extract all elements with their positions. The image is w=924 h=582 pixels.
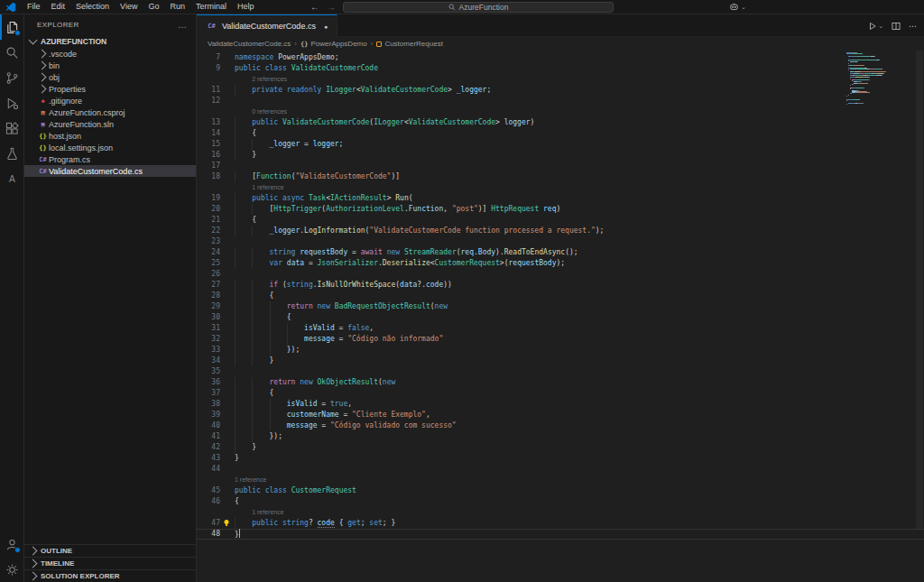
- code-line[interactable]: 35: [197, 366, 924, 377]
- code-line[interactable]: 29return new BadRequestObjectResult(new: [197, 301, 924, 312]
- line-number[interactable]: [197, 106, 220, 117]
- codelens-label[interactable]: 1 reference: [252, 184, 283, 190]
- menu-terminal[interactable]: Terminal: [190, 0, 232, 14]
- run-button[interactable]: ⌄: [868, 22, 883, 31]
- command-center-search[interactable]: AzureFunction: [343, 2, 614, 13]
- code-line[interactable]: 11private readonly ILogger<ValidateCusto…: [197, 85, 924, 96]
- code-line[interactable]: 36return new OkObjectResult(new: [197, 377, 924, 388]
- code-line[interactable]: 27if (string.IsNullOrWhiteSpace(data?.co…: [197, 280, 924, 291]
- code-line[interactable]: 18[Function("ValidateCustomerCode")]: [197, 171, 924, 182]
- code-line[interactable]: 33});: [197, 345, 924, 356]
- line-number[interactable]: 21: [197, 215, 220, 226]
- code-line[interactable]: 44: [197, 464, 924, 475]
- line-number[interactable]: 29: [197, 301, 220, 312]
- codelens-line[interactable]: 1 reference: [197, 182, 924, 193]
- project-root[interactable]: AZUREFUNCTION: [24, 34, 196, 48]
- split-editor-button[interactable]: [892, 22, 901, 31]
- line-number[interactable]: 23: [197, 236, 220, 247]
- line-number[interactable]: 9: [197, 63, 220, 74]
- code-line[interactable]: 42}: [197, 442, 924, 453]
- line-number[interactable]: [197, 74, 220, 85]
- file-item-.vscode[interactable]: .vscode: [24, 48, 196, 60]
- scrollbar-slider[interactable]: [916, 51, 923, 529]
- code-line[interactable]: 43}: [197, 453, 924, 464]
- file-item-.gitignore[interactable]: ◆.gitignore: [24, 95, 196, 106]
- line-number[interactable]: 44: [197, 464, 220, 475]
- code-editor[interactable]: 7namespace PowerAppsDemo;9public class V…: [197, 51, 924, 582]
- line-number[interactable]: 41: [197, 431, 220, 442]
- line-number[interactable]: 35: [197, 366, 220, 377]
- menu-edit[interactable]: Edit: [46, 0, 71, 14]
- activitybar-search[interactable]: [0, 40, 23, 65]
- line-number[interactable]: 45: [197, 485, 220, 496]
- menu-selection[interactable]: Selection: [70, 0, 115, 14]
- file-item-bin[interactable]: bin: [24, 60, 196, 71]
- code-line[interactable]: 30{: [197, 312, 924, 323]
- line-number[interactable]: 25: [197, 258, 220, 269]
- menu-help[interactable]: Help: [232, 0, 260, 14]
- breadcrumb-item-3[interactable]: CustomerRequest: [376, 40, 442, 48]
- line-number[interactable]: 43: [197, 453, 220, 464]
- code-line[interactable]: 15_logger = logger;: [197, 139, 924, 150]
- line-number[interactable]: 42: [197, 442, 220, 453]
- line-number[interactable]: [197, 182, 220, 193]
- activitybar-source-control[interactable]: [0, 65, 23, 90]
- line-number[interactable]: 18: [197, 171, 220, 182]
- line-number[interactable]: 38: [197, 399, 220, 410]
- code-line[interactable]: 7namespace PowerAppsDemo;: [197, 52, 924, 63]
- line-number[interactable]: 28: [197, 291, 220, 301]
- file-item-properties[interactable]: Properties: [24, 83, 196, 95]
- back-arrow-icon[interactable]: ←: [310, 1, 319, 13]
- file-item-obj[interactable]: obj: [24, 71, 196, 83]
- code-line[interactable]: 9public class ValidateCustomerCode: [197, 63, 924, 74]
- menu-view[interactable]: View: [115, 0, 143, 14]
- code-line[interactable]: 17: [197, 161, 924, 171]
- codelens-line[interactable]: 1 reference: [197, 507, 924, 518]
- code-line[interactable]: 45public class CustomerRequest: [197, 485, 924, 496]
- code-line[interactable]: 28{: [197, 291, 924, 301]
- code-line[interactable]: 23: [197, 236, 924, 247]
- line-number[interactable]: 47: [197, 518, 220, 529]
- section-solution-explorer[interactable]: SOLUTION EXPLORER: [24, 569, 196, 582]
- code-line[interactable]: 48}: [197, 529, 924, 540]
- line-number[interactable]: 15: [197, 139, 220, 150]
- line-number[interactable]: 13: [197, 117, 220, 128]
- line-number[interactable]: 17: [197, 161, 220, 171]
- code-line[interactable]: 25var data = JsonSerializer.Deserialize<…: [197, 258, 924, 269]
- line-number[interactable]: 14: [197, 128, 220, 139]
- code-line[interactable]: 22_logger.LogInformation("ValidateCustom…: [197, 226, 924, 236]
- vertical-scrollbar[interactable]: [915, 51, 924, 582]
- code-line[interactable]: 14{: [197, 128, 924, 139]
- code-line[interactable]: 34}: [197, 356, 924, 366]
- codelens-label[interactable]: 1 reference: [252, 509, 283, 515]
- forward-arrow-icon[interactable]: →: [327, 1, 336, 13]
- section-outline[interactable]: OUTLINE: [24, 544, 196, 557]
- line-number[interactable]: 20: [197, 204, 220, 215]
- line-number[interactable]: 31: [197, 323, 220, 334]
- breadcrumb-item-1[interactable]: ValidateCustomerCode.cs: [208, 40, 291, 48]
- activitybar-run-debug[interactable]: [0, 90, 23, 115]
- line-number[interactable]: 34: [197, 356, 220, 366]
- codelens-label[interactable]: 2 references: [252, 76, 287, 82]
- line-number[interactable]: [197, 475, 220, 485]
- code-line[interactable]: 32message = "Código não informado": [197, 334, 924, 345]
- code-line[interactable]: 26: [197, 269, 924, 280]
- menu-run[interactable]: Run: [164, 0, 190, 14]
- editor-more-actions-button[interactable]: ⋯: [909, 22, 917, 31]
- breadcrumb-item-2[interactable]: {}PowerAppsDemo: [300, 40, 367, 48]
- line-number[interactable]: 12: [197, 96, 220, 106]
- file-item-local.settings.json[interactable]: {}local.settings.json: [24, 142, 196, 153]
- code-line[interactable]: 46{: [197, 496, 924, 507]
- file-item-validatecustomercode.cs[interactable]: C#ValidateCustomerCode.cs: [24, 165, 196, 177]
- line-number[interactable]: 26: [197, 269, 220, 280]
- file-item-azurefunction.sln[interactable]: ▣AzureFunction.sln: [24, 118, 196, 130]
- activitybar-azure[interactable]: A: [0, 166, 23, 191]
- code-line[interactable]: 41});: [197, 431, 924, 442]
- line-number[interactable]: 22: [197, 226, 220, 236]
- file-item-host.json[interactable]: {}host.json: [24, 130, 196, 142]
- code-line[interactable]: 24string requestBody = await new StreamR…: [197, 247, 924, 258]
- code-line[interactable]: 19public async Task<IActionResult> Run(: [197, 193, 924, 204]
- file-item-program.cs[interactable]: C#Program.cs: [24, 153, 196, 165]
- line-number[interactable]: 40: [197, 420, 220, 431]
- line-number[interactable]: 48: [197, 529, 220, 540]
